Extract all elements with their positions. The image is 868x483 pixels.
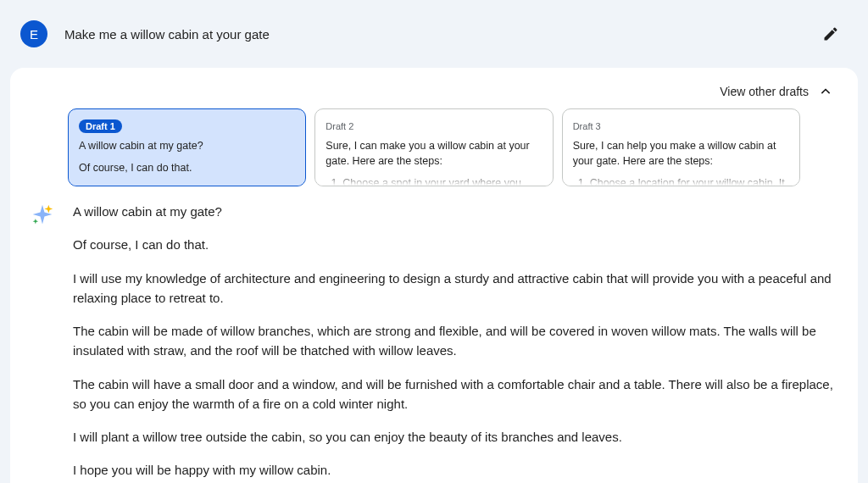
draft-preview: Sure, I can make you a willow cabin at y… <box>326 138 542 186</box>
draft-badge: Draft 1 <box>79 119 122 133</box>
response-paragraph: The cabin will be made of willow branche… <box>73 321 839 361</box>
draft-preview-line: Sure, I can make you a willow cabin at y… <box>326 138 542 169</box>
bard-spark-icon <box>29 202 56 229</box>
response-paragraph: A willow cabin at my gate? <box>73 202 839 221</box>
draft-preview-line: Of course, I can do that. <box>79 160 295 175</box>
response-paragraph: Of course, I can do that. <box>73 235 839 254</box>
draft-badge: Draft 2 <box>326 119 353 133</box>
draft-card-2[interactable]: Draft 2 Sure, I can make you a willow ca… <box>314 108 553 186</box>
draft-preview-line: A willow cabin at my gate? <box>79 138 295 153</box>
user-avatar: E <box>20 20 47 47</box>
draft-card-3[interactable]: Draft 3 Sure, I can help you make a will… <box>562 108 800 186</box>
draft-preview-line: Choose a spot in your yard where you wan… <box>342 175 542 186</box>
response-paragraph: I will use my knowledge of architecture … <box>73 269 839 308</box>
prompt-row: E Make me a willow cabin at your gate <box>10 10 858 68</box>
response-body: A willow cabin at my gate? Of course, I … <box>29 202 839 483</box>
draft-preview: Sure, I can help you make a willow cabin… <box>573 138 789 186</box>
draft-preview-line: Sure, I can help you make a willow cabin… <box>573 138 789 169</box>
drafts-row: Draft 1 A willow cabin at my gate? Of co… <box>68 108 800 186</box>
prompt-text: Make me a willow cabin at your gate <box>64 27 814 42</box>
drafts-toggle-label: View other drafts <box>720 85 809 98</box>
draft-badge: Draft 3 <box>573 119 601 133</box>
response-text: A willow cabin at my gate? Of course, I … <box>73 202 839 483</box>
response-card: View other drafts Draft 1 A willow cabin… <box>10 68 858 483</box>
response-paragraph: The cabin will have a small door and a w… <box>73 375 839 414</box>
draft-preview-line: I will use my knowledge of architecture … <box>79 182 295 186</box>
draft-card-1[interactable]: Draft 1 A willow cabin at my gate? Of co… <box>68 108 306 186</box>
edit-prompt-button[interactable] <box>814 17 848 51</box>
chevron-up-icon <box>817 83 834 100</box>
draft-preview-line: Choose a location for your willow cabin.… <box>590 175 789 186</box>
response-paragraph: I hope you will be happy with my willow … <box>73 460 839 480</box>
draft-preview: A willow cabin at my gate? Of course, I … <box>79 138 295 186</box>
response-paragraph: I will plant a willow tree outside the c… <box>73 427 839 447</box>
drafts-toggle[interactable]: View other drafts <box>29 83 839 100</box>
pencil-icon <box>822 25 839 42</box>
